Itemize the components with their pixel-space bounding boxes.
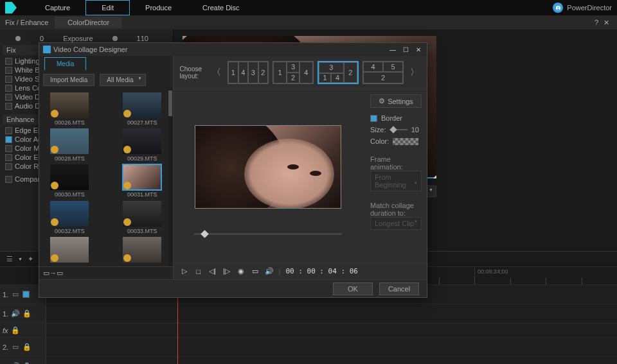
clip-item[interactable]: 00032.MTS (42, 201, 98, 234)
collage-preview-area (174, 89, 362, 263)
media-filter-select[interactable]: All Media (100, 74, 145, 86)
topnav-edit[interactable]: Edit (85, 0, 130, 15)
media-footer: ▭→▭ (39, 266, 173, 279)
topnav-capture[interactable]: Capture (30, 0, 85, 15)
topnav-produce[interactable]: Produce (130, 0, 187, 15)
stop-icon[interactable]: □ (194, 267, 203, 276)
chevron-down-icon[interactable]: ▼ (18, 257, 22, 261)
border-size-value: 10 (411, 126, 419, 134)
video-track-icon: ▭ (11, 290, 20, 299)
close-icon[interactable]: ✕ (414, 45, 423, 54)
frame-anim-label: Frame animation: (370, 155, 419, 171)
app-logo-icon[interactable] (5, 2, 17, 13)
clip-item[interactable]: 00033.MTS (114, 201, 170, 234)
help-icon[interactable]: ? (595, 19, 598, 27)
volume-icon[interactable]: 🔊 (265, 267, 274, 276)
snapshot-icon[interactable]: ◉ (237, 267, 246, 276)
lock-icon: 🔒 (22, 309, 31, 318)
ok-button[interactable]: OK (333, 282, 373, 295)
timeline-tool-icon[interactable]: ✦ (26, 255, 35, 264)
loop-icon[interactable]: ▭ (251, 267, 260, 276)
layout-option-selected[interactable]: 3 14 2 (317, 61, 359, 84)
clip-item[interactable] (42, 237, 98, 264)
lock-icon: 🔒 (22, 362, 31, 365)
dialog-title: Video Collage Designer (53, 46, 127, 53)
play-icon[interactable]: ▷ (180, 267, 189, 276)
view-mode-icon[interactable]: ▭→▭ (43, 269, 63, 277)
audio-track-icon: 🔊 (11, 362, 20, 365)
track-visible-checkbox (22, 291, 30, 298)
media-panel: Media Import Media All Media 00026.MTS 0… (39, 56, 174, 279)
top-nav: Capture Edit Produce Create Disc (30, 0, 255, 15)
cancel-button[interactable]: Cancel (379, 282, 419, 295)
layout-chooser: Choose layout: 〈 143 2 1 32 4 3 (174, 56, 427, 89)
minimize-icon[interactable]: — (388, 45, 397, 54)
subbar-title: Fix / Enhance (5, 19, 48, 26)
dialog-titlebar[interactable]: Video Collage Designer — ☐ ✕ (39, 43, 427, 56)
dialog-footer: OK Cancel (39, 279, 427, 297)
top-bar: Capture Edit Produce Create Disc PowerDi… (0, 0, 617, 15)
tab-media[interactable]: Media (44, 57, 86, 70)
layout-option[interactable]: 1 32 4 (273, 61, 314, 84)
audio-track-icon: 🔊 (11, 309, 20, 318)
preview-zoom-slider[interactable] (194, 233, 342, 235)
clip-item[interactable]: 00027.MTS (114, 92, 170, 126)
track-1-audio[interactable]: 1.🔊🔒 (0, 304, 617, 324)
topnav-create-disc[interactable]: Create Disc (187, 0, 255, 15)
exposure-min: 0 (40, 35, 44, 42)
prev-frame-icon[interactable]: ◁| (208, 267, 217, 276)
layout-prev-icon[interactable]: 〈 (211, 67, 222, 78)
media-grid: 00026.MTS 00027.MTS 00028.MTS 00029.MTS … (39, 90, 173, 266)
brand-text: PowerDirector (567, 4, 612, 12)
layout-label: Choose layout: (180, 65, 202, 80)
timeline-settings-icon[interactable]: ☰ (5, 255, 14, 264)
exposure-label: Exposure (63, 35, 93, 42)
collage-preview[interactable] (195, 125, 341, 209)
duration-label: Match collage duration to: (370, 202, 419, 217)
collage-settings-panel: Choose layout: 〈 143 2 1 32 4 3 (174, 56, 427, 279)
dialog-icon (43, 46, 51, 53)
clip-item[interactable]: 00029.MTS (114, 128, 170, 162)
duration-select[interactable]: Longest Clip (370, 217, 422, 230)
close-panel-icon[interactable]: ✕ (604, 19, 609, 27)
import-media-button[interactable]: Import Media (43, 74, 94, 86)
clip-item[interactable]: 00031.MTS (114, 164, 170, 198)
clip-item[interactable]: 00026.MTS (42, 92, 98, 126)
lock-icon: 🔒 (11, 326, 20, 335)
layout-option[interactable]: 143 2 (228, 61, 269, 84)
clip-item[interactable]: 00030.MTS (42, 164, 98, 198)
next-frame-icon[interactable]: |▷ (222, 267, 231, 276)
border-size-slider[interactable] (389, 129, 407, 130)
frame-anim-select[interactable]: From Beginning (370, 171, 422, 191)
brand-icon (553, 3, 563, 13)
settings-button[interactable]: ⚙Settings (370, 94, 422, 108)
border-size-row: Size: 10 (370, 126, 419, 134)
clip-item[interactable]: 00028.MTS (42, 128, 98, 162)
gear-icon: ⚙ (379, 97, 385, 105)
lock-icon: 🔒 (22, 343, 31, 352)
track-fx[interactable]: fx🔒 (0, 324, 617, 338)
clip-item[interactable] (114, 237, 170, 264)
track-2-audio[interactable]: 2.🔊🔒 (0, 357, 617, 364)
video-collage-designer-dialog: Video Collage Designer — ☐ ✕ Media Impor… (39, 42, 427, 298)
layout-next-icon[interactable]: 〉 (409, 67, 420, 78)
playback-controls: ▷ □ ◁| |▷ ◉ ▭ 🔊 | 00 : 00 : 04 : 06 (174, 263, 427, 279)
video-track-icon: ▭ (11, 343, 20, 352)
media-scrollbar[interactable] (168, 90, 173, 266)
border-checkbox[interactable]: Border (370, 114, 419, 122)
subbar-colordirector[interactable]: ColorDirector (55, 17, 122, 28)
border-color-row: Color: (370, 137, 419, 145)
track-2-video[interactable]: 2.▭🔒 (0, 338, 617, 357)
sub-bar: Fix / Enhance ColorDirector ? ✕ (0, 15, 617, 30)
maximize-icon[interactable]: ☐ (401, 45, 410, 54)
playback-timecode: 00 : 00 : 04 : 06 (285, 267, 358, 275)
brand-label: PowerDirector (553, 3, 612, 13)
exposure-max: 110 (137, 35, 148, 42)
border-color-picker[interactable] (393, 138, 418, 145)
layout-option[interactable]: 45 2 (362, 61, 404, 84)
